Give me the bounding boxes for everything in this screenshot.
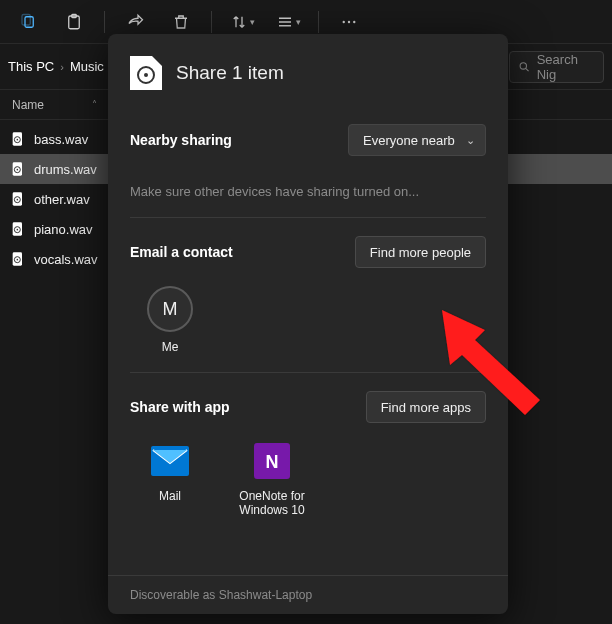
nearby-sharing-dropdown[interactable]: Everyone nearb ⌄ xyxy=(348,124,486,156)
svg-rect-1 xyxy=(22,14,30,25)
email-contact-label: Email a contact xyxy=(130,244,233,260)
paste-icon[interactable] xyxy=(54,5,94,39)
share-with-app-section: Share with app Find more apps MailNOneNo… xyxy=(130,372,486,535)
search-icon xyxy=(518,60,531,74)
contact-item[interactable]: MMe xyxy=(130,286,210,354)
svg-point-5 xyxy=(348,20,350,22)
copy-icon[interactable] xyxy=(8,5,48,39)
file-name: bass.wav xyxy=(34,132,88,147)
audio-file-icon xyxy=(10,161,26,177)
separator xyxy=(104,11,105,33)
email-contact-section: Email a contact Find more people MMe xyxy=(130,217,486,372)
app-label: OneNote for Windows 10 xyxy=(232,489,312,517)
breadcrumb[interactable]: This PC › Music xyxy=(8,59,104,74)
avatar: M xyxy=(147,286,193,332)
separator xyxy=(318,11,319,33)
app-icon xyxy=(150,441,190,481)
share-dialog: Share 1 item Nearby sharing Everyone nea… xyxy=(108,34,508,614)
share-with-app-label: Share with app xyxy=(130,399,230,415)
search-placeholder: Search Nig xyxy=(537,52,595,82)
contact-label: Me xyxy=(162,340,179,354)
chevron-right-icon: › xyxy=(60,61,64,73)
breadcrumb-part[interactable]: This PC xyxy=(8,59,54,74)
nearby-sharing-label: Nearby sharing xyxy=(130,132,232,148)
file-name: other.wav xyxy=(34,192,90,207)
file-name: drums.wav xyxy=(34,162,97,177)
share-header: Share 1 item xyxy=(108,34,508,106)
column-name-header[interactable]: Name xyxy=(12,98,44,112)
app-label: Mail xyxy=(159,489,181,503)
audio-file-icon xyxy=(10,251,26,267)
svg-point-6 xyxy=(353,20,355,22)
chevron-down-icon: ⌄ xyxy=(466,134,475,147)
nearby-sharing-hint: Make sure other devices have sharing tur… xyxy=(130,184,486,199)
svg-point-10 xyxy=(17,139,19,141)
file-type-icon xyxy=(130,56,162,90)
audio-file-icon xyxy=(10,131,26,147)
svg-point-22 xyxy=(17,259,19,261)
file-name: vocals.wav xyxy=(34,252,98,267)
dropdown-value: Everyone nearb xyxy=(363,133,455,148)
audio-file-icon xyxy=(10,191,26,207)
svg-point-13 xyxy=(17,169,19,171)
svg-point-16 xyxy=(17,199,19,201)
nearby-sharing-section: Nearby sharing Everyone nearb ⌄ Make sur… xyxy=(130,106,486,217)
app-icon: N xyxy=(252,441,292,481)
share-body: Nearby sharing Everyone nearb ⌄ Make sur… xyxy=(108,106,508,575)
search-input[interactable]: Search Nig xyxy=(509,51,604,83)
share-title: Share 1 item xyxy=(176,62,284,84)
breadcrumb-part[interactable]: Music xyxy=(70,59,104,74)
app-item[interactable]: NOneNote for Windows 10 xyxy=(232,441,312,517)
svg-point-19 xyxy=(17,229,19,231)
find-more-apps-button[interactable]: Find more apps xyxy=(366,391,486,423)
app-item[interactable]: Mail xyxy=(130,441,210,517)
chevron-up-icon: ˄ xyxy=(92,99,97,110)
svg-point-7 xyxy=(520,62,526,68)
audio-file-icon xyxy=(10,221,26,237)
svg-point-4 xyxy=(343,20,345,22)
file-name: piano.wav xyxy=(34,222,93,237)
separator xyxy=(211,11,212,33)
svg-rect-0 xyxy=(25,16,33,27)
svg-text:N: N xyxy=(266,452,279,472)
find-more-people-button[interactable]: Find more people xyxy=(355,236,486,268)
share-footer: Discoverable as Shashwat-Laptop xyxy=(108,575,508,614)
